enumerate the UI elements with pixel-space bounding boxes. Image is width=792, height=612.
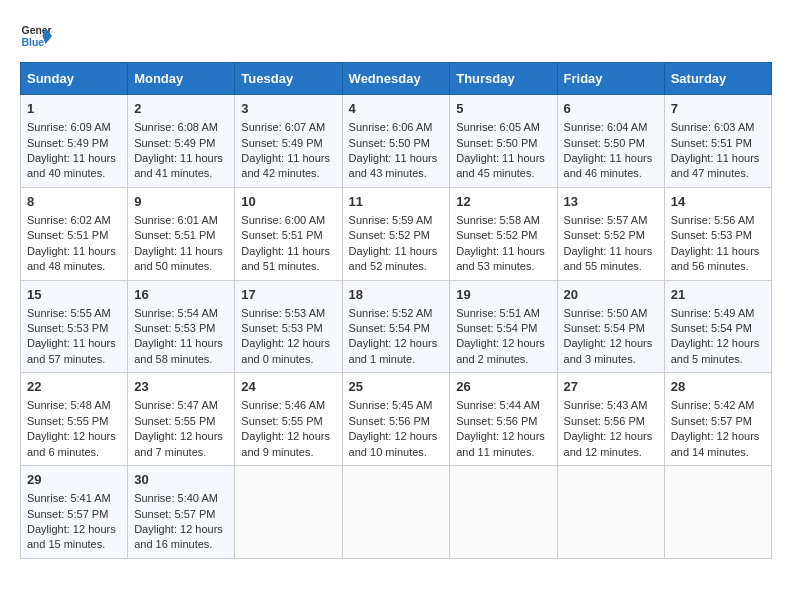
week-row-4: 22Sunrise: 5:48 AMSunset: 5:55 PMDayligh… xyxy=(21,373,772,466)
day-cell: 22Sunrise: 5:48 AMSunset: 5:55 PMDayligh… xyxy=(21,373,128,466)
day-cell: 24Sunrise: 5:46 AMSunset: 5:55 PMDayligh… xyxy=(235,373,342,466)
day-number: 11 xyxy=(349,193,444,211)
day-cell: 8Sunrise: 6:02 AMSunset: 5:51 PMDaylight… xyxy=(21,187,128,280)
day-cell: 21Sunrise: 5:49 AMSunset: 5:54 PMDayligh… xyxy=(664,280,771,373)
svg-text:Blue: Blue xyxy=(22,37,45,48)
day-cell: 15Sunrise: 5:55 AMSunset: 5:53 PMDayligh… xyxy=(21,280,128,373)
calendar-table: SundayMondayTuesdayWednesdayThursdayFrid… xyxy=(20,62,772,559)
day-number: 6 xyxy=(564,100,658,118)
day-cell: 19Sunrise: 5:51 AMSunset: 5:54 PMDayligh… xyxy=(450,280,557,373)
day-cell xyxy=(450,466,557,559)
day-cell: 2Sunrise: 6:08 AMSunset: 5:49 PMDaylight… xyxy=(128,95,235,188)
day-number: 9 xyxy=(134,193,228,211)
header-cell-sunday: Sunday xyxy=(21,63,128,95)
day-cell: 12Sunrise: 5:58 AMSunset: 5:52 PMDayligh… xyxy=(450,187,557,280)
day-cell: 7Sunrise: 6:03 AMSunset: 5:51 PMDaylight… xyxy=(664,95,771,188)
day-cell: 23Sunrise: 5:47 AMSunset: 5:55 PMDayligh… xyxy=(128,373,235,466)
day-cell: 20Sunrise: 5:50 AMSunset: 5:54 PMDayligh… xyxy=(557,280,664,373)
day-number: 7 xyxy=(671,100,765,118)
header-cell-tuesday: Tuesday xyxy=(235,63,342,95)
week-row-3: 15Sunrise: 5:55 AMSunset: 5:53 PMDayligh… xyxy=(21,280,772,373)
day-cell: 6Sunrise: 6:04 AMSunset: 5:50 PMDaylight… xyxy=(557,95,664,188)
header-cell-friday: Friday xyxy=(557,63,664,95)
header-cell-saturday: Saturday xyxy=(664,63,771,95)
logo: General Blue xyxy=(20,20,52,52)
day-number: 5 xyxy=(456,100,550,118)
page-header: General Blue xyxy=(20,20,772,52)
day-number: 30 xyxy=(134,471,228,489)
day-number: 27 xyxy=(564,378,658,396)
day-cell: 9Sunrise: 6:01 AMSunset: 5:51 PMDaylight… xyxy=(128,187,235,280)
day-cell: 25Sunrise: 5:45 AMSunset: 5:56 PMDayligh… xyxy=(342,373,450,466)
day-number: 8 xyxy=(27,193,121,211)
week-row-1: 1Sunrise: 6:09 AMSunset: 5:49 PMDaylight… xyxy=(21,95,772,188)
day-cell: 4Sunrise: 6:06 AMSunset: 5:50 PMDaylight… xyxy=(342,95,450,188)
day-cell xyxy=(342,466,450,559)
day-number: 25 xyxy=(349,378,444,396)
day-cell: 29Sunrise: 5:41 AMSunset: 5:57 PMDayligh… xyxy=(21,466,128,559)
day-cell: 13Sunrise: 5:57 AMSunset: 5:52 PMDayligh… xyxy=(557,187,664,280)
header-cell-wednesday: Wednesday xyxy=(342,63,450,95)
header-cell-thursday: Thursday xyxy=(450,63,557,95)
day-number: 12 xyxy=(456,193,550,211)
week-row-2: 8Sunrise: 6:02 AMSunset: 5:51 PMDaylight… xyxy=(21,187,772,280)
day-number: 1 xyxy=(27,100,121,118)
day-number: 26 xyxy=(456,378,550,396)
day-cell: 11Sunrise: 5:59 AMSunset: 5:52 PMDayligh… xyxy=(342,187,450,280)
day-number: 3 xyxy=(241,100,335,118)
day-number: 19 xyxy=(456,286,550,304)
day-cell: 17Sunrise: 5:53 AMSunset: 5:53 PMDayligh… xyxy=(235,280,342,373)
calendar-body: 1Sunrise: 6:09 AMSunset: 5:49 PMDaylight… xyxy=(21,95,772,559)
day-number: 15 xyxy=(27,286,121,304)
day-cell: 27Sunrise: 5:43 AMSunset: 5:56 PMDayligh… xyxy=(557,373,664,466)
week-row-5: 29Sunrise: 5:41 AMSunset: 5:57 PMDayligh… xyxy=(21,466,772,559)
calendar-header-row: SundayMondayTuesdayWednesdayThursdayFrid… xyxy=(21,63,772,95)
day-cell: 1Sunrise: 6:09 AMSunset: 5:49 PMDaylight… xyxy=(21,95,128,188)
day-number: 10 xyxy=(241,193,335,211)
day-cell: 5Sunrise: 6:05 AMSunset: 5:50 PMDaylight… xyxy=(450,95,557,188)
day-number: 24 xyxy=(241,378,335,396)
day-number: 4 xyxy=(349,100,444,118)
day-number: 21 xyxy=(671,286,765,304)
day-number: 16 xyxy=(134,286,228,304)
day-number: 23 xyxy=(134,378,228,396)
day-number: 29 xyxy=(27,471,121,489)
day-number: 13 xyxy=(564,193,658,211)
day-cell xyxy=(557,466,664,559)
day-cell: 16Sunrise: 5:54 AMSunset: 5:53 PMDayligh… xyxy=(128,280,235,373)
day-cell: 28Sunrise: 5:42 AMSunset: 5:57 PMDayligh… xyxy=(664,373,771,466)
day-number: 22 xyxy=(27,378,121,396)
header-cell-monday: Monday xyxy=(128,63,235,95)
day-number: 18 xyxy=(349,286,444,304)
day-cell: 3Sunrise: 6:07 AMSunset: 5:49 PMDaylight… xyxy=(235,95,342,188)
day-cell: 10Sunrise: 6:00 AMSunset: 5:51 PMDayligh… xyxy=(235,187,342,280)
day-cell xyxy=(664,466,771,559)
logo-icon: General Blue xyxy=(20,20,52,52)
day-cell: 18Sunrise: 5:52 AMSunset: 5:54 PMDayligh… xyxy=(342,280,450,373)
day-number: 14 xyxy=(671,193,765,211)
day-cell: 14Sunrise: 5:56 AMSunset: 5:53 PMDayligh… xyxy=(664,187,771,280)
day-cell xyxy=(235,466,342,559)
day-number: 17 xyxy=(241,286,335,304)
day-number: 20 xyxy=(564,286,658,304)
day-cell: 26Sunrise: 5:44 AMSunset: 5:56 PMDayligh… xyxy=(450,373,557,466)
day-cell: 30Sunrise: 5:40 AMSunset: 5:57 PMDayligh… xyxy=(128,466,235,559)
day-number: 2 xyxy=(134,100,228,118)
day-number: 28 xyxy=(671,378,765,396)
